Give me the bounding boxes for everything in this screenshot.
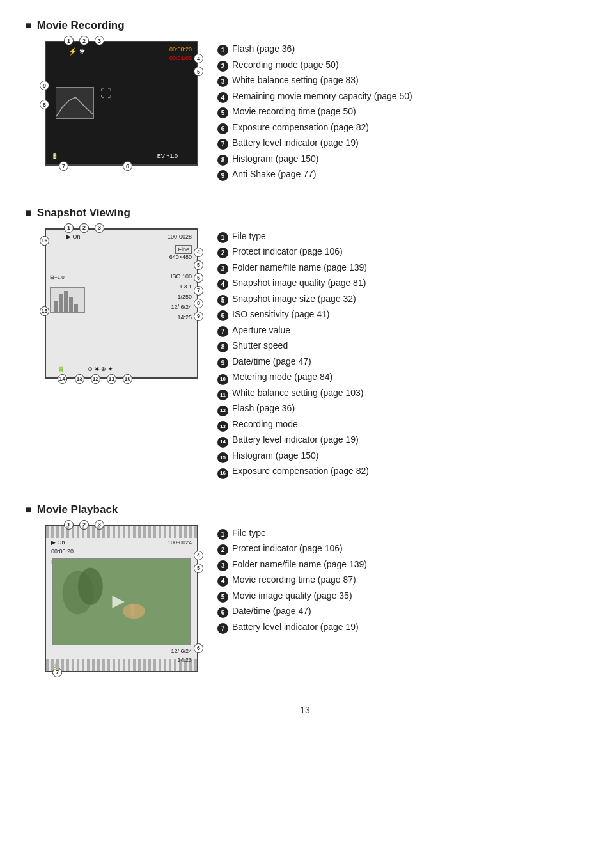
battery-icon: 🔋 <box>51 153 58 159</box>
list-item: 6Exposure compensation (page 82) <box>217 120 412 136</box>
sn-quality-box: Fine <box>175 245 192 254</box>
sn-label-12: 12 <box>91 374 100 384</box>
diag-label-4: 4 <box>194 54 203 63</box>
pb-battery: 🔋 <box>51 663 58 670</box>
movie-recording-items: 1Flash (page 36) 2Recording mode (page 5… <box>217 41 412 182</box>
item-num: 16 <box>217 468 228 479</box>
list-item: 11White balance setting (page 103) <box>217 385 369 401</box>
list-item: 1File type <box>217 525 367 541</box>
movie-recording-title: Movie Recording <box>26 19 584 32</box>
movie-recording-diagram: 1 2 3 4 5 6 7 8 9 ⚡ ✱ 00:08:20 00:01:02 <box>26 41 198 166</box>
item-num: 5 <box>217 592 228 603</box>
sn-label-2: 2 <box>79 223 89 233</box>
item-num: 6 <box>217 310 228 321</box>
sn-label-15: 15 <box>40 306 49 316</box>
item-num: 5 <box>217 107 228 118</box>
list-item: 13Recording mode <box>217 416 369 432</box>
movie-playback-items: 1File type 2Protect indicator (page 106)… <box>217 525 367 635</box>
list-item: 16Exposure compensation (page 82) <box>217 463 369 479</box>
sn-folder: 100-0028 <box>168 233 192 240</box>
movie-rec-screen: 1 2 3 4 5 6 7 8 9 ⚡ ✱ 00:08:20 00:01:02 <box>45 41 198 166</box>
list-item: 7Aperture value <box>217 322 369 338</box>
list-item: 6ISO sensitivity (page 41) <box>217 306 369 322</box>
item-num: 2 <box>217 248 228 258</box>
page-number: 13 <box>26 697 584 715</box>
item-num: 6 <box>217 607 228 618</box>
list-item: 1File type <box>217 228 369 244</box>
item-num: 4 <box>217 576 228 587</box>
diag-label-7: 7 <box>59 161 68 171</box>
list-item: 8Histogram (page 150) <box>217 151 412 167</box>
item-num: 15 <box>217 452 228 463</box>
sn-battery-icon: 🔋 <box>58 366 65 372</box>
pb-progress-bottom <box>46 659 197 671</box>
movie-playback-section: Movie Playback 1 2 3 4 5 6 7 ▶ On 100-00… <box>26 503 584 672</box>
sn-label-14: 14 <box>58 374 67 384</box>
movie-recording-content: 1 2 3 4 5 6 7 8 9 ⚡ ✱ 00:08:20 00:01:02 <box>26 41 584 182</box>
diag-label-6: 6 <box>123 161 132 171</box>
list-item: 12Flash (page 36) <box>217 400 369 416</box>
item-num: 9 <box>217 170 228 181</box>
item-num: 3 <box>217 560 228 571</box>
snapshot-viewing-diagram: 1 2 3 4 5 6 7 8 9 10 11 12 13 14 15 16 ▶… <box>26 228 198 379</box>
pb-file-icon: ▶ On <box>51 539 65 546</box>
svg-rect-0 <box>54 301 58 312</box>
sn-shutter: 1/250 <box>177 294 192 300</box>
sn-time: 14:25 <box>177 314 192 320</box>
item-num: 3 <box>217 76 228 87</box>
list-item: 1Flash (page 36) <box>217 41 412 57</box>
diag-label-1: 1 <box>64 36 74 45</box>
svg-point-7 <box>78 567 103 604</box>
list-item: 5Snapshot image size (page 32) <box>217 291 369 307</box>
list-item: 4Snapshot image quality (page 81) <box>217 275 369 291</box>
movie-playback-diagram: 1 2 3 4 5 6 7 ▶ On 100-0024 00:00:20 STD <box>26 525 198 672</box>
sn-label-7: 7 <box>194 286 203 296</box>
item-num: 12 <box>217 406 228 416</box>
item-num: 2 <box>217 544 228 555</box>
pb-label-6: 6 <box>194 643 203 653</box>
item-num: 11 <box>217 390 228 400</box>
anti-shake-icon: ⛶ <box>100 87 112 100</box>
list-item: 3White balance setting (page 83) <box>217 72 412 88</box>
list-item: 10Metering mode (page 84) <box>217 369 369 385</box>
item-num: 1 <box>217 529 228 540</box>
sn-label-4: 4 <box>194 248 203 257</box>
snapshot-viewing-items: 1File type 2Protect indicator (page 106)… <box>217 228 369 479</box>
histogram-area <box>56 87 94 119</box>
diag-label-8: 8 <box>40 100 49 109</box>
snapshot-viewing-title: Snapshot Viewing <box>26 207 584 219</box>
sn-label-8: 8 <box>194 299 203 308</box>
playback-screen: 1 2 3 4 5 6 7 ▶ On 100-0024 00:00:20 STD <box>45 525 198 672</box>
list-item: 4Movie recording time (page 87) <box>217 572 367 588</box>
sn-size: 640×480 <box>169 254 192 260</box>
item-num: 4 <box>217 279 228 290</box>
sn-label-16: 16 <box>40 236 49 246</box>
histogram-svg <box>56 88 93 118</box>
item-num: 5 <box>217 295 228 306</box>
sn-bottom-icons: ⊙ ✱ ⊕ ✦ <box>88 366 113 372</box>
sn-label-10: 10 <box>123 374 132 384</box>
list-item: 7Battery level indicator (page 19) <box>217 619 367 635</box>
item-num: 14 <box>217 437 228 448</box>
list-item: 5Movie image quality (page 35) <box>217 588 367 604</box>
sn-label-9: 9 <box>194 312 203 321</box>
sn-label-6: 6 <box>194 273 203 283</box>
rec-time-elapsed: 00:01:02 <box>169 55 192 61</box>
item-num: 3 <box>217 264 228 274</box>
movie-playback-content: 1 2 3 4 5 6 7 ▶ On 100-0024 00:00:20 STD <box>26 525 584 672</box>
ev-value: EV +1.0 <box>157 153 178 159</box>
list-item: 9Anti Shake (page 77) <box>217 166 412 182</box>
list-item: 6Date/time (page 47) <box>217 603 367 619</box>
diag-label-2: 2 <box>79 36 89 45</box>
pb-date: 12/ 6/24 <box>171 648 192 654</box>
sn-histogram <box>50 287 85 313</box>
list-item: 5Movie recording time (page 50) <box>217 104 412 120</box>
movie-playback-title: Movie Playback <box>26 503 584 516</box>
list-item: 14Battery level indicator (page 19) <box>217 432 369 448</box>
item-num: 7 <box>217 139 228 150</box>
diag-label-3: 3 <box>95 36 104 45</box>
movie-recording-section: Movie Recording 1 2 3 4 5 6 7 8 9 <box>26 19 584 182</box>
diag-label-5: 5 <box>194 67 203 76</box>
sn-label-5: 5 <box>194 260 203 270</box>
pb-image-svg <box>53 559 190 645</box>
